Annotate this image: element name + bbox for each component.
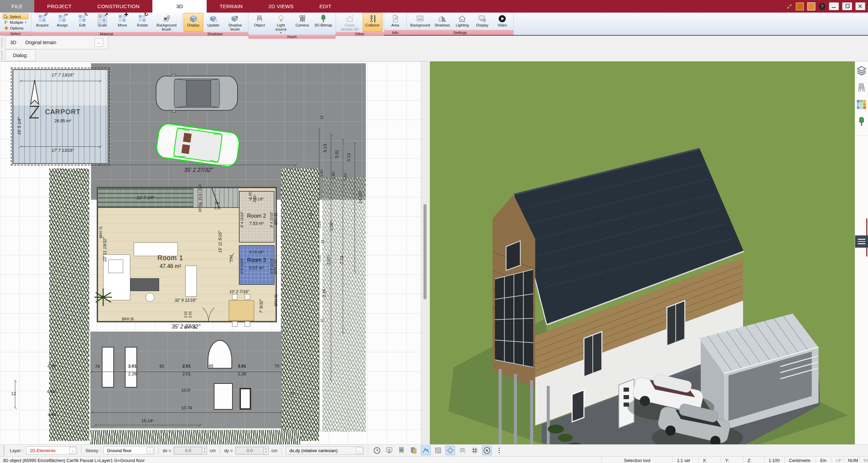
svg-text:N: N xyxy=(486,448,488,452)
dy-label: dy = xyxy=(224,448,233,453)
tab-project[interactable]: PROJECT xyxy=(34,0,84,13)
chain-dim: 2.07⁵ xyxy=(326,255,331,265)
chain-dim: 1.01 xyxy=(318,255,321,262)
plants-icon[interactable] xyxy=(856,117,867,127)
background-settings-button[interactable]: Background xyxy=(408,13,432,30)
display-shadows-button[interactable]: Display xyxy=(184,13,203,32)
dimension-line xyxy=(20,146,100,147)
tab-2d-views[interactable]: 2D VIEWS xyxy=(256,0,306,13)
plan-car-gray[interactable] xyxy=(154,74,239,113)
plan-elevation xyxy=(90,332,282,428)
tab-edit[interactable]: EDIT xyxy=(306,0,344,13)
collision-button[interactable]: Collision xyxy=(363,13,382,32)
brh-label: BRH 35 xyxy=(122,317,134,321)
assign-button[interactable]: Assign xyxy=(53,13,72,32)
render-3d-view[interactable] xyxy=(430,61,855,444)
elevation-dim: 2.01 xyxy=(183,372,191,376)
status-bar: 3D object (65995 Einzelflächen) Car06 Pa… xyxy=(0,456,868,463)
materials-icon[interactable] xyxy=(856,100,867,110)
bitmap-3d-button[interactable]: 3D-Bitmap xyxy=(313,13,334,35)
screen-icon[interactable] xyxy=(807,2,815,11)
tab-construction[interactable]: CONSTRUCTION xyxy=(84,0,152,13)
tab-3d[interactable]: 3D xyxy=(152,0,207,13)
select-button[interactable]: Select xyxy=(2,14,29,19)
edit-button[interactable]: Edit xyxy=(73,13,92,32)
scrollbar-thumb[interactable] xyxy=(423,204,427,299)
chain-dim: 1.13 xyxy=(309,213,313,219)
north-toggle-icon[interactable]: N xyxy=(482,446,492,455)
plan-2d-view[interactable]: 17' 7 13/16" CARPORT 26.95 m² 17' 7 13/1… xyxy=(0,61,421,444)
camera-button[interactable]: Camera xyxy=(293,13,312,35)
elevation-dim: 74 xyxy=(95,364,100,369)
background-brush-button[interactable]: Background brush xyxy=(153,13,181,32)
screen-star-icon[interactable] xyxy=(384,446,394,455)
dy-input[interactable]: 0.0 xyxy=(235,447,264,455)
dx-input[interactable]: 0.0 xyxy=(174,447,202,455)
chevron-down-icon: ⌄ xyxy=(94,38,103,47)
display-settings-button[interactable]: Display xyxy=(472,13,492,30)
card-stack-icon[interactable] xyxy=(409,446,418,455)
options-button[interactable]: ✚ Options xyxy=(2,25,29,31)
pane-splitter[interactable] xyxy=(421,61,430,444)
layer-select[interactable]: 2D-Elemente ⌄ xyxy=(26,446,77,455)
object-button[interactable]: Object xyxy=(250,13,269,35)
cube-brush-icon xyxy=(231,15,239,23)
chain-dim: 2.14 xyxy=(322,289,326,297)
bottom-toolbar: Layer : 2D-Elemente ⌄ Storey : Ground fl… xyxy=(0,444,868,456)
coordinate-mode-select[interactable]: dx,dy (relative cartesian) ⌄ xyxy=(286,446,364,455)
kitchen-sink xyxy=(108,260,123,273)
video-button[interactable]: Video xyxy=(492,13,512,30)
update-shadows-button[interactable]: Update xyxy=(204,13,223,32)
status-unit: Centimetre xyxy=(785,457,816,463)
diamond-icon[interactable] xyxy=(446,446,455,455)
toolbar-grip[interactable] xyxy=(3,446,7,455)
brh-label: BRH 35 xyxy=(274,213,278,225)
chain-dim: 5.13 xyxy=(346,153,351,161)
furniture-icon xyxy=(256,15,264,23)
move-icon xyxy=(119,15,126,22)
camera-small-icon[interactable] xyxy=(397,446,406,455)
help-icon[interactable]: ? xyxy=(819,3,826,10)
furniture-icon[interactable] xyxy=(856,83,867,93)
area-button[interactable]: Area xyxy=(385,13,405,30)
storey-select[interactable]: Ground floor ⌄ xyxy=(103,446,154,455)
tree-icon xyxy=(319,15,327,23)
terrain-select[interactable]: Original terrain ⌄ xyxy=(25,38,103,47)
dining-chair xyxy=(245,294,250,300)
move-button[interactable]: Move xyxy=(113,13,132,32)
minimize-button[interactable] xyxy=(829,2,839,10)
elevation-dim: 10.74 xyxy=(181,406,192,410)
close-button[interactable] xyxy=(855,2,865,10)
package-icon[interactable] xyxy=(796,2,804,11)
tools-icon[interactable] xyxy=(786,3,792,10)
grid-icon[interactable] xyxy=(470,446,479,455)
lighting-settings-button[interactable]: Lighting xyxy=(452,13,472,30)
dx-label: dx = xyxy=(163,448,171,453)
contour-icon[interactable] xyxy=(458,446,467,455)
more-kebab-icon[interactable] xyxy=(494,446,504,455)
clock-icon[interactable] xyxy=(372,446,382,455)
cross-section-3d-button[interactable]: Cross section 3D xyxy=(337,13,362,32)
multiple-button[interactable]: Multiple▾ xyxy=(2,19,29,25)
dy-stepper[interactable]: ▲▼ xyxy=(264,447,269,455)
toolbar-grip[interactable] xyxy=(1,38,5,47)
shadows-settings-button[interactable]: Shadows xyxy=(432,13,452,30)
tab-terrain[interactable]: TERRAIN xyxy=(207,0,256,13)
ribbon-group-info: Area Info xyxy=(384,13,407,35)
acquire-button[interactable]: Acquire xyxy=(33,13,52,32)
scale-button[interactable]: Scale xyxy=(93,13,112,32)
shadow-brush-button[interactable]: Shadow brush xyxy=(224,13,247,32)
layers-icon[interactable] xyxy=(856,66,867,76)
terrain-peak-icon[interactable] xyxy=(421,446,431,455)
elevation-dim: 70 xyxy=(275,364,279,369)
tab-file[interactable]: FILE xyxy=(0,0,34,13)
panel-handle[interactable] xyxy=(855,235,868,248)
hatch-icon[interactable] xyxy=(433,446,443,455)
plan-hedge-right xyxy=(281,168,319,441)
toolbar-grip[interactable] xyxy=(1,51,5,60)
light-source-button[interactable]: Light source▾ xyxy=(270,13,292,35)
restore-button[interactable] xyxy=(842,2,852,10)
rotate-button[interactable]: Rotate xyxy=(133,13,152,32)
dx-stepper[interactable]: ▲▼ xyxy=(202,447,207,455)
dimension-line xyxy=(92,412,281,413)
